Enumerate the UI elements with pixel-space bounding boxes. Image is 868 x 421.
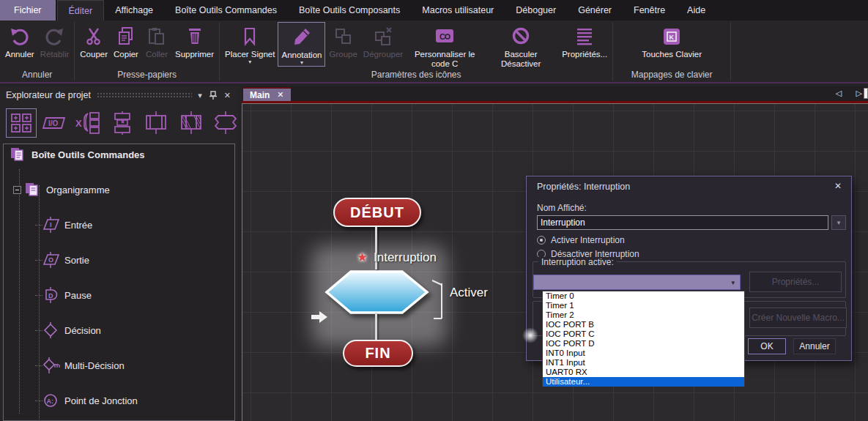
annotation-text[interactable]: Activer xyxy=(450,286,488,300)
menu-generer[interactable]: Générer xyxy=(567,0,623,21)
filter-all-commands-button[interactable] xyxy=(6,108,37,138)
tree-item-sortie[interactable]: O Sortie xyxy=(4,251,234,269)
properties-button[interactable]: Propriétés... xyxy=(559,22,610,59)
name-dropdown-button[interactable]: ▾ xyxy=(831,215,846,230)
tree-item-boite-outils-commandes[interactable]: Boîte Outils Commandes xyxy=(4,146,234,163)
tab-close-icon[interactable]: ✕ xyxy=(277,90,283,100)
annotation-button[interactable]: Annotation ▾ xyxy=(278,22,325,67)
cancel-button[interactable]: Annuler xyxy=(793,338,836,354)
group-label-parametres-icones: Paramètres des icônes xyxy=(220,69,612,82)
option-timer0[interactable]: Timer 0 xyxy=(543,291,744,301)
svg-text:C: C xyxy=(439,32,445,41)
paste-button[interactable]: Coller xyxy=(141,22,172,59)
ribbon-separator xyxy=(730,22,731,81)
group-icon xyxy=(333,23,354,50)
filter-macro-list-button[interactable]: X xyxy=(72,108,105,138)
cut-button[interactable]: Couper xyxy=(77,22,111,59)
interrupt-source-combobox[interactable]: ▾ xyxy=(533,275,741,290)
flowchart-editor: Main ✕ ◁ ▷ DÉBUT ★ Interruption xyxy=(242,86,868,421)
menu-macros-utilisateur[interactable]: Macros utilisateur xyxy=(411,0,505,21)
ribbon-group-mappages-clavier: K Touches Clavier Mappages de clavier xyxy=(613,21,730,82)
group-button[interactable]: Groupe xyxy=(326,22,360,59)
tree-collapse-toggle[interactable] xyxy=(13,186,21,194)
undo-icon xyxy=(10,23,30,50)
delay-icon: D xyxy=(42,287,60,303)
panel-pin-icon[interactable] xyxy=(209,91,217,100)
ok-button[interactable]: OK xyxy=(748,338,786,354)
keyboard-keys-button[interactable]: K Touches Clavier xyxy=(639,22,705,59)
filter-internal-function-button[interactable] xyxy=(209,108,242,138)
filter-macro-call-button[interactable] xyxy=(139,108,173,138)
redo-button[interactable]: Rétablir xyxy=(37,22,73,59)
menu-aide[interactable]: Aide xyxy=(676,0,716,21)
option-int0-input[interactable]: INT0 Input xyxy=(543,349,744,358)
filter-input-output-button[interactable]: I/O xyxy=(38,109,70,137)
panel-menu-chevron-icon[interactable]: ▾ xyxy=(198,91,202,100)
toolbox-filter-bar: I/O X EV xyxy=(0,104,238,141)
option-timer1[interactable]: Timer 1 xyxy=(543,301,744,310)
copy-button[interactable]: Copier xyxy=(111,22,141,59)
radio-enable-interrupt[interactable]: Activer Interruption xyxy=(537,235,625,245)
flow-end-node[interactable]: FIN xyxy=(343,340,413,367)
tree-item-pause[interactable]: D Pause xyxy=(4,286,234,304)
flowchart-canvas[interactable]: DÉBUT ★ Interruption Activer xyxy=(242,101,868,421)
tree-item-organigramme[interactable]: Organigramme xyxy=(4,181,234,198)
create-new-macro-button[interactable]: Créer Nouvelle Macro... xyxy=(749,308,847,328)
svg-text:O: O xyxy=(48,256,53,264)
undo-button[interactable]: Annuler xyxy=(2,22,37,59)
svg-text:I/O: I/O xyxy=(48,119,59,127)
interrupt-source-listbox: Timer 0 Timer 1 Timer 2 IOC PORT B IOC P… xyxy=(542,291,745,387)
option-int1-input[interactable]: INT1 Input xyxy=(543,358,744,368)
menu-affichage[interactable]: Affichage xyxy=(104,0,164,21)
tab-scroll-right-icon[interactable]: ▷ xyxy=(856,89,862,98)
menu-boite-outils-composants[interactable]: Boîte Outils Composants xyxy=(288,0,411,21)
menu-editer[interactable]: Éditer xyxy=(57,0,105,21)
properties-lines-icon xyxy=(574,23,595,50)
menu-fichier[interactable]: Fichier xyxy=(0,0,56,21)
option-uart0-rx[interactable]: UART0 RX xyxy=(543,368,744,377)
application-window: Fichier Éditer Affichage Boîte Outils Co… xyxy=(0,0,868,421)
ungroup-button[interactable]: Dégrouper xyxy=(360,22,406,59)
menu-deboguer[interactable]: Déboguer xyxy=(505,0,567,21)
bookmark-button[interactable]: Placer Signet ▾ xyxy=(222,22,278,65)
pencil-icon xyxy=(292,24,312,51)
tree-item-entree[interactable]: I Entrée xyxy=(4,216,234,234)
toggle-disable-button[interactable]: Basculer Désactiver xyxy=(483,22,559,68)
filter-component-macro-button[interactable] xyxy=(174,108,208,138)
panel-header: Explorateur de projet ▾ ✕ xyxy=(0,86,238,104)
option-timer2[interactable]: Timer 2 xyxy=(543,310,744,320)
dropdown-caret-icon: ▾ xyxy=(248,59,251,65)
interrupt-properties-button[interactable]: Propriétés... xyxy=(749,272,842,292)
tree-item-point-de-jonction[interactable]: A: Point de Jonction xyxy=(4,392,234,409)
filter-delay-button[interactable] xyxy=(107,108,138,138)
option-ioc-port-d[interactable]: IOC PORT D xyxy=(543,339,744,349)
ribbon-group-parametres-icones: Placer Signet ▾ Annotation ▾ Groupe xyxy=(220,21,612,82)
tree-item-decision[interactable]: Décision xyxy=(4,321,234,339)
panel-drag-texture[interactable] xyxy=(97,92,192,98)
ribbon-group-annuler: Annuler Rétablir Annuler xyxy=(0,21,74,82)
ungroup-icon xyxy=(373,23,393,50)
display-name-input[interactable] xyxy=(537,215,828,230)
dialog-close-icon[interactable]: ✕ xyxy=(834,181,842,191)
panel-close-icon[interactable]: ✕ xyxy=(224,91,231,100)
annotation-bracket xyxy=(431,279,448,323)
input-icon: I xyxy=(42,217,60,233)
tab-list-icon[interactable] xyxy=(864,88,868,99)
option-ioc-port-b[interactable]: IOC PORT B xyxy=(543,320,744,329)
menu-bar: Fichier Éditer Affichage Boîte Outils Co… xyxy=(0,0,868,21)
group-label-presse-papiers: Presse-papiers xyxy=(75,69,219,82)
flow-begin-node[interactable]: DÉBUT xyxy=(333,198,421,227)
tab-main[interactable]: Main ✕ xyxy=(243,87,291,101)
option-utilisateur[interactable]: Utilisateur... xyxy=(543,377,744,387)
menu-fenetre[interactable]: Fenêtre xyxy=(623,0,676,21)
keyboard-icon: K xyxy=(661,23,682,50)
tab-scroll-left-icon[interactable]: ◁ xyxy=(836,89,842,98)
option-ioc-port-c[interactable]: IOC PORT C xyxy=(543,329,744,339)
customize-c-code-button[interactable]: C Personnaliser le code C xyxy=(407,22,483,68)
tree-item-multi-decision[interactable]: Multi-Décision xyxy=(4,357,234,374)
flowchart-files-icon xyxy=(24,182,42,197)
insertion-arrow-icon xyxy=(310,310,329,324)
delete-button[interactable]: Supprimer xyxy=(172,22,217,59)
interrupt-node[interactable] xyxy=(324,269,430,315)
menu-boite-outils-commandes[interactable]: Boîte Outils Commandes xyxy=(164,0,288,21)
